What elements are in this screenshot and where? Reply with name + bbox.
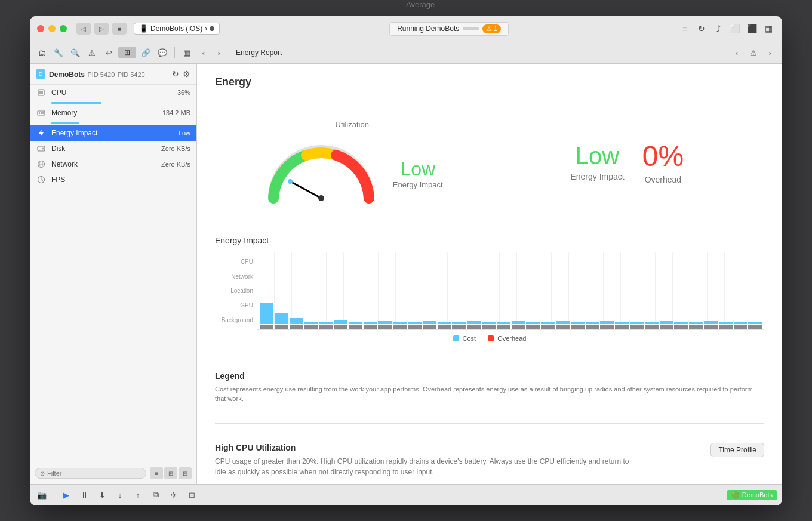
forward-btn[interactable]: ▷ — [94, 23, 109, 35]
back-btn[interactable]: ◁ — [76, 23, 91, 35]
list-icon[interactable]: ≡ — [678, 22, 691, 35]
jump-icon[interactable]: ⤴ — [712, 22, 725, 35]
memory-value: 134.2 MB — [162, 109, 190, 116]
sidebar-item-energy[interactable]: Energy Impact Low — [30, 125, 196, 141]
chart-legend: Cost Overhead — [215, 335, 764, 342]
layout2-icon[interactable]: ⬛ — [745, 22, 758, 35]
scheme-selector[interactable]: 📱 DemoBots (iOS) › — [134, 23, 220, 35]
sidebar-item-network[interactable]: Network Zero KB/s — [30, 156, 196, 172]
layout-icon[interactable]: ▦ — [180, 45, 194, 60]
sidebar-item-disk[interactable]: Disk Zero KB/s — [30, 141, 196, 156]
main-area: D DemoBots PID 5420 PID 5420 ↻ ⚙ CPU — [30, 64, 782, 484]
chat-icon[interactable]: 💬 — [155, 45, 170, 60]
search-icon[interactable]: 🔍 — [68, 45, 82, 60]
svg-rect-4 — [41, 112, 42, 114]
sidebar-items: CPU 36% Memory 134.2 MB — [30, 85, 196, 463]
cpu-bar — [51, 102, 102, 104]
stop-btn[interactable]: ■ — [112, 23, 127, 35]
refresh-icon[interactable]: ↻ — [695, 22, 708, 35]
sidebar: D DemoBots PID 5420 PID 5420 ↻ ⚙ CPU — [30, 64, 197, 484]
bar-31 — [704, 255, 718, 329]
view-buttons: ≡ ⊞ ⊟ — [150, 467, 192, 479]
scheme-label: DemoBots (iOS) — [150, 24, 202, 33]
down-arrow-icon[interactable]: ⬇ — [95, 488, 109, 502]
bar-33 — [734, 255, 748, 329]
maximize-button[interactable] — [60, 25, 67, 32]
fps-icon — [36, 174, 47, 185]
cpu-label: CPU — [51, 88, 173, 97]
debug-icon[interactable]: 🔧 — [51, 45, 66, 60]
sidebar-item-fps[interactable]: FPS — [30, 172, 196, 187]
device-icon: 📱 — [139, 24, 148, 33]
network-value: Zero KB/s — [161, 161, 190, 168]
layout1-icon[interactable]: ⬜ — [728, 22, 742, 35]
bar-14 — [452, 255, 466, 329]
cpu-icon — [36, 87, 47, 98]
bar-24 — [600, 255, 614, 329]
time-profile-button[interactable]: Time Profile — [710, 443, 764, 457]
sidebar-item-cpu[interactable]: CPU 36% — [30, 85, 196, 105]
settings-process-icon[interactable]: ⚙ — [183, 69, 190, 79]
bar-13 — [438, 255, 451, 329]
average-panel: Average Low Energy Impact 0% Overhead — [490, 108, 765, 216]
bar-cost-2 — [275, 313, 288, 324]
warning-icon[interactable]: ⚠ — [85, 45, 99, 60]
view-grid-btn[interactable]: ⊞ — [164, 467, 177, 479]
camera-icon[interactable]: 📷 — [35, 488, 49, 502]
nav-back-icon[interactable]: ‹ — [196, 45, 211, 60]
bar-1 — [260, 255, 273, 329]
bar-29 — [674, 255, 688, 329]
svg-line-15 — [290, 181, 321, 198]
avg-energy-label: Energy Impact — [570, 172, 624, 181]
cost-dot — [453, 335, 459, 341]
process-name: DemoBots — [49, 70, 85, 79]
cpu-section-text: CPU usage of greater than 20%. High CPU … — [215, 456, 633, 477]
content-area: Energy Utilization — [197, 64, 782, 484]
play-icon[interactable]: ▶ — [59, 488, 73, 502]
warn-icon2[interactable]: ⚠ — [746, 45, 761, 60]
layout3-icon[interactable]: ▦ — [762, 22, 775, 35]
bar-8 — [364, 255, 377, 329]
arrow-icon[interactable]: ↩ — [102, 45, 116, 60]
bar-4 — [304, 255, 318, 329]
chart-label-cpu: CPU — [215, 258, 257, 265]
bar-cost-3 — [290, 318, 303, 324]
link-icon[interactable]: 🔗 — [139, 45, 153, 60]
view-split-btn[interactable]: ⊟ — [179, 467, 192, 479]
chart-label-background: Background — [215, 317, 257, 323]
nav-right-icon[interactable]: › — [763, 45, 777, 60]
copy-icon[interactable]: ⧉ — [149, 488, 163, 502]
bar-6 — [334, 255, 347, 329]
bottom-toolbar: 📷 ▶ ⏸ ⬇ ↓ ↑ ⧉ ✈ ⊡ 🟢 DemoBots — [30, 484, 782, 505]
sidebar-item-memory[interactable]: Memory 134.2 MB — [30, 105, 196, 125]
app-badge-icon: 🟢 — [731, 491, 740, 499]
send-icon[interactable]: ✈ — [167, 488, 181, 502]
chart-label-gpu: GPU — [215, 302, 257, 309]
pause-icon[interactable]: ⏸ — [77, 488, 91, 502]
bar-28 — [660, 255, 673, 329]
svg-rect-5 — [42, 112, 44, 114]
warning-badge[interactable]: ⚠ 1 — [482, 24, 501, 33]
screenshot-icon[interactable]: ⊡ — [184, 488, 199, 502]
nav-left-icon[interactable]: ‹ — [730, 45, 744, 60]
view-list-btn[interactable]: ≡ — [150, 467, 163, 479]
upload-icon[interactable]: ↑ — [131, 488, 145, 502]
minimize-button[interactable] — [48, 25, 56, 32]
bar-21 — [556, 255, 570, 329]
legend-cost: Cost — [453, 335, 476, 342]
bar-23 — [586, 255, 599, 329]
fps-label: FPS — [51, 175, 186, 184]
avg-overhead-pct: 0% — [642, 140, 684, 172]
bar-overhead-2 — [275, 325, 288, 329]
nav-forward-icon[interactable]: › — [212, 45, 226, 60]
refresh-process-icon[interactable]: ↻ — [172, 69, 179, 79]
chart-label-location: Location — [215, 288, 257, 294]
filter-input[interactable]: ⊙ Filter — [35, 468, 146, 479]
grid-tab[interactable]: ⊞ — [118, 47, 136, 58]
download-icon[interactable]: ↓ — [113, 488, 127, 502]
svg-rect-1 — [39, 91, 43, 94]
bar-19 — [526, 255, 540, 329]
disk-value: Zero KB/s — [161, 145, 190, 152]
close-button[interactable] — [37, 25, 44, 32]
folder-icon[interactable]: 🗂 — [35, 45, 49, 60]
